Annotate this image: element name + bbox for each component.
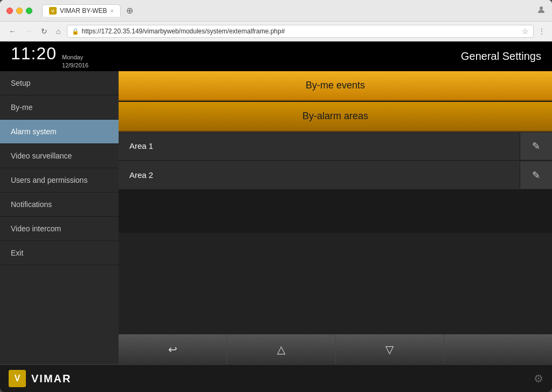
area-1-edit-button[interactable]: ✎ <box>520 133 552 160</box>
gear-icon[interactable]: ⚙ <box>534 372 543 385</box>
sidebar-item-users-and-permissions[interactable]: Users and permissions <box>0 168 119 192</box>
sidebar-item-video-surveillance[interactable]: Video surveillance <box>0 144 119 168</box>
sidebar: Setup By-me Alarm system Video surveilla… <box>0 71 119 364</box>
date-label: 12/9/2016 <box>62 61 88 69</box>
day-label: Monday <box>62 53 88 61</box>
browser-titlebar: V VIMAR BY-WEB × ⊕ <box>0 0 552 22</box>
app-body: Setup By-me Alarm system Video surveilla… <box>0 71 552 364</box>
page-title: General Settings <box>461 50 541 63</box>
by-me-events-button[interactable]: By-me events <box>119 71 552 101</box>
vimar-v-icon: V <box>9 370 26 387</box>
browser-tab[interactable]: V VIMAR BY-WEB × <box>42 4 121 17</box>
sidebar-item-alarm-system[interactable]: Alarm system <box>0 120 119 144</box>
traffic-light-minimize[interactable] <box>16 8 23 14</box>
tab-favicon: V <box>49 7 57 15</box>
sidebar-item-setup[interactable]: Setup <box>0 71 119 95</box>
sidebar-item-exit[interactable]: Exit <box>0 241 119 265</box>
area-2-label: Area 2 <box>119 161 520 189</box>
nav-down-button[interactable]: ▽ <box>336 334 444 364</box>
traffic-lights <box>6 8 32 14</box>
back-button[interactable]: ← <box>6 26 18 37</box>
up-arrow-icon: △ <box>277 343 285 356</box>
svg-point-0 <box>540 6 543 10</box>
window-profile-icon <box>537 5 546 16</box>
forward-button[interactable]: → <box>23 26 34 37</box>
app-footer: V VIMAR ⚙ <box>0 364 552 392</box>
area-row: Area 1 ✎ <box>119 132 552 161</box>
bottom-nav-bar: ↩ △ ▽ <box>119 334 552 364</box>
reload-button[interactable]: ↻ <box>39 26 50 37</box>
new-tab-button[interactable]: ⊕ <box>123 5 136 16</box>
address-bar: ← → ↻ ⌂ 🔒 https://172.20.35.149/vimarbyw… <box>0 22 552 42</box>
date-display: Monday 12/9/2016 <box>62 53 88 69</box>
areas-list: Area 1 ✎ Area 2 ✎ <box>119 132 552 233</box>
sidebar-item-by-me[interactable]: By-me <box>0 95 119 120</box>
traffic-light-close[interactable] <box>6 8 13 14</box>
area-2-edit-button[interactable]: ✎ <box>520 162 552 189</box>
edit-icon: ✎ <box>532 140 540 152</box>
lock-icon: 🔒 <box>72 28 79 35</box>
tab-bar: V VIMAR BY-WEB × ⊕ <box>42 4 136 17</box>
back-arrow-icon: ↩ <box>168 343 177 356</box>
by-alarm-areas-button[interactable]: By-alarm areas <box>119 102 552 132</box>
area-1-label: Area 1 <box>119 132 520 160</box>
content-empty-area <box>119 233 552 334</box>
bookmark-star-icon[interactable]: ☆ <box>522 27 529 36</box>
nav-back-button[interactable]: ↩ <box>119 334 227 364</box>
url-bar[interactable]: 🔒 https://172.20.35.149/vimarbyweb/modul… <box>67 25 534 38</box>
content-area: By-me events By-alarm areas Area 1 ✎ Are… <box>119 71 552 364</box>
edit-icon: ✎ <box>532 169 540 181</box>
url-text: https://172.20.35.149/vimarbyweb/modules… <box>81 27 285 35</box>
time-display: 11:20 <box>11 44 57 64</box>
time-block: 11:20 Monday 12/9/2016 <box>11 44 88 69</box>
browser-window: V VIMAR BY-WEB × ⊕ ← → ↻ ⌂ 🔒 https://172… <box>0 0 552 392</box>
home-button[interactable]: ⌂ <box>54 26 63 37</box>
app-header: 11:20 Monday 12/9/2016 General Settings <box>0 42 552 71</box>
traffic-light-maximize[interactable] <box>26 8 32 14</box>
down-arrow-icon: ▽ <box>385 343 394 356</box>
nav-up-button[interactable]: △ <box>227 334 335 364</box>
nav-extra-button[interactable] <box>444 334 552 364</box>
sidebar-item-notifications[interactable]: Notifications <box>0 192 119 217</box>
area-row: Area 2 ✎ <box>119 161 552 190</box>
vimar-logo: V VIMAR <box>9 370 71 387</box>
tab-close-button[interactable]: × <box>111 8 114 14</box>
sidebar-item-video-intercom[interactable]: Video intercom <box>0 217 119 241</box>
browser-menu-button[interactable]: ⋮ <box>538 27 546 36</box>
tab-title: VIMAR BY-WEB <box>60 7 107 15</box>
app-container: 11:20 Monday 12/9/2016 General Settings … <box>0 42 552 392</box>
brand-name: VIMAR <box>31 373 71 385</box>
